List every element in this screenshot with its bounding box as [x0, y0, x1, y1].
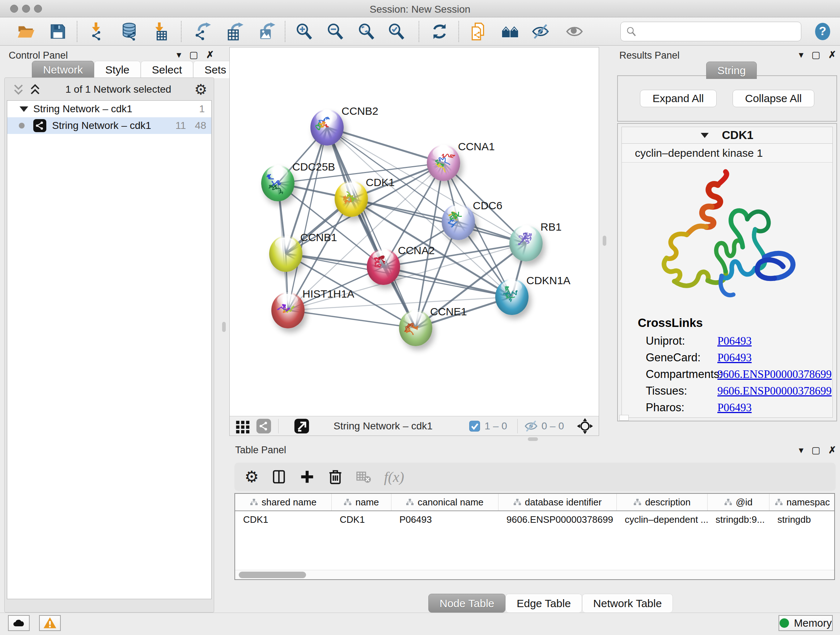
scrollbar-thumb[interactable]	[239, 572, 306, 578]
detach-view-icon[interactable]	[294, 418, 309, 434]
panel-float-icon[interactable]: ▢	[189, 49, 198, 60]
zoom-out-button[interactable]	[324, 20, 347, 43]
network-node-CCNB2[interactable]	[310, 109, 344, 146]
panel-close-icon[interactable]: ✗	[829, 49, 836, 60]
birdseye-crosshair-icon[interactable]	[577, 418, 593, 434]
network-node-CDC6[interactable]	[442, 204, 475, 240]
refresh-layout-button[interactable]	[428, 20, 451, 43]
tab-style[interactable]: Style	[94, 61, 141, 78]
selected-checkbox-icon[interactable]	[469, 420, 481, 432]
crosslink-link[interactable]: 9606.ENSP00000378699	[717, 385, 832, 397]
column-header-namespac[interactable]: namespac	[769, 494, 835, 510]
import-network-database-button[interactable]	[118, 20, 141, 43]
hide-unhide-button[interactable]	[529, 20, 552, 43]
network-node-HIST1H1A[interactable]	[271, 292, 305, 328]
table-cell[interactable]: cyclin–dependent ...	[617, 514, 707, 525]
memory-button[interactable]: Memory	[778, 615, 833, 631]
export-network-button[interactable]	[191, 20, 214, 43]
table-cell[interactable]: 9606.ENSP00000378699	[499, 514, 617, 525]
vertical-splitter-handle[interactable]	[222, 322, 226, 332]
network-edge-CCNB2-CCNA1[interactable]	[327, 127, 444, 163]
network-node-RB1[interactable]	[509, 225, 543, 261]
network-edge-HIST1H1A-CCNE1[interactable]	[288, 310, 416, 328]
table-cell[interactable]: P06493	[392, 514, 499, 525]
column-header-canonical-name[interactable]: canonical name	[392, 494, 499, 510]
collection-collapse-icon[interactable]	[19, 106, 28, 112]
table-cell[interactable]: CDK1	[332, 514, 392, 525]
export-table-button[interactable]	[224, 20, 247, 43]
table-cell[interactable]: stringdb	[769, 514, 835, 525]
tab-select[interactable]: Select	[141, 61, 193, 78]
search-input[interactable]	[641, 26, 797, 38]
crosslink-link[interactable]: P06493	[717, 351, 752, 364]
save-session-button[interactable]	[46, 20, 69, 43]
open-session-button[interactable]	[14, 20, 38, 43]
gene-card-header[interactable]: CDK1	[622, 127, 832, 144]
gene-collapse-icon[interactable]	[701, 133, 709, 138]
export-image-button[interactable]	[256, 20, 279, 43]
zoom-fit-button[interactable]	[355, 20, 378, 43]
column-header--id[interactable]: @id	[707, 494, 769, 510]
table-row[interactable]: CDK1CDK1P064939606.ENSP00000378699cyclin…	[235, 511, 834, 528]
show-columns-icon[interactable]	[271, 469, 287, 485]
zoom-selected-button[interactable]	[385, 20, 408, 43]
panel-menu-icon[interactable]: ▾	[799, 49, 804, 60]
network-node-CCNE1[interactable]	[399, 310, 432, 346]
panel-menu-icon[interactable]: ▾	[799, 445, 804, 456]
cloud-button[interactable]	[8, 615, 30, 631]
network-node-CCNB1[interactable]	[269, 236, 302, 272]
network-node-CDK1[interactable]	[335, 181, 368, 217]
tab-node-table[interactable]: Node Table	[428, 594, 505, 613]
network-collection-row[interactable]: String Network – cdk1 1	[7, 101, 211, 117]
expand-all-button[interactable]: Expand All	[640, 90, 717, 107]
function-builder-icon[interactable]: f(x)	[384, 469, 404, 486]
crosslink-link[interactable]: 9606.ENSP00000378699	[717, 368, 832, 381]
delete-column-icon[interactable]	[327, 469, 343, 485]
zoom-in-button[interactable]	[293, 20, 316, 43]
column-header-description[interactable]: description	[617, 494, 707, 510]
table-settings-gear-icon[interactable]: ⚙	[245, 469, 259, 485]
network-view-icon[interactable]	[256, 418, 272, 434]
network-edge-CCNB2-HIST1H1A[interactable]	[288, 127, 327, 310]
panel-close-icon[interactable]: ✗	[829, 445, 836, 456]
show-button-disabled[interactable]	[563, 20, 586, 43]
expand-all-networks-icon[interactable]	[28, 83, 42, 96]
string-protein-query-button[interactable]	[499, 20, 522, 43]
collapse-all-button[interactable]: Collapse All	[733, 90, 815, 107]
table-cell[interactable]: stringdb:9...	[707, 514, 769, 525]
column-header-shared-name[interactable]: shared name	[235, 494, 332, 510]
crosslink-link[interactable]: P06493	[717, 401, 752, 414]
network-node-CDC25B[interactable]	[261, 165, 294, 201]
horizontal-splitter-handle[interactable]	[528, 437, 538, 441]
panel-menu-icon[interactable]: ▾	[177, 49, 181, 60]
network-row-selected[interactable]: String Network – cdk1 11 48	[7, 117, 211, 134]
tab-network-table[interactable]: Network Table	[582, 594, 673, 613]
column-header-database-identifier[interactable]: database identifier	[499, 494, 617, 510]
network-node-CCNA2[interactable]	[367, 249, 400, 285]
tab-network[interactable]: Network	[32, 61, 94, 78]
column-header-name[interactable]: name	[332, 494, 392, 510]
network-options-gear-icon[interactable]: ⚙	[194, 82, 207, 97]
add-column-icon[interactable]	[299, 469, 315, 485]
network-edge-CCNA2-CDKN1A[interactable]	[384, 267, 512, 297]
tab-string[interactable]: String	[706, 62, 757, 79]
import-network-file-button[interactable]	[86, 20, 109, 43]
warnings-button[interactable]	[39, 615, 61, 631]
network-node-CCNA1[interactable]	[427, 145, 460, 181]
network-node-CDKN1A[interactable]	[495, 279, 529, 315]
table-horizontal-scrollbar[interactable]	[235, 570, 834, 579]
tab-edge-table[interactable]: Edge Table	[505, 594, 582, 613]
crosslink-link[interactable]: P06493	[717, 334, 752, 348]
panel-close-icon[interactable]: ✗	[206, 49, 214, 60]
vertical-splitter-handle[interactable]	[603, 236, 606, 246]
panel-float-icon[interactable]: ▢	[812, 445, 821, 456]
table-cell[interactable]: CDK1	[235, 514, 332, 525]
toolbar-search[interactable]	[621, 22, 801, 41]
help-button[interactable]	[811, 20, 834, 43]
clone-network-button[interactable]	[467, 20, 490, 43]
import-table-button[interactable]	[149, 20, 172, 43]
panel-float-icon[interactable]: ▢	[812, 49, 821, 60]
network-canvas[interactable]: CCNB2CCNA1CDC25BCDK1CDC6RB1CCNB1CCNA2CDK…	[230, 48, 599, 416]
grid-view-icon[interactable]	[235, 418, 251, 434]
collapse-all-networks-icon[interactable]	[11, 83, 26, 96]
